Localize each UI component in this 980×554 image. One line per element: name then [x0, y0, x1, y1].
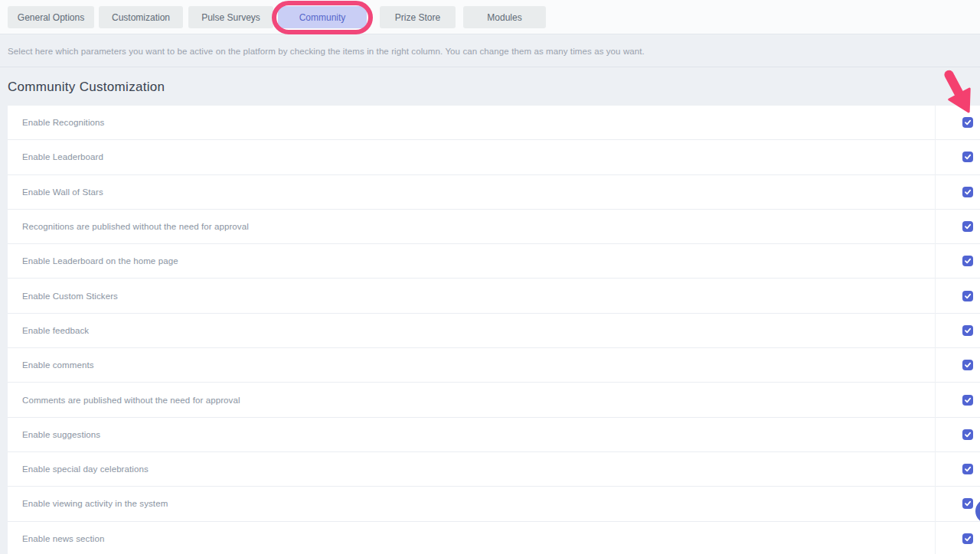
setting-checkbox[interactable] — [962, 256, 973, 266]
table-row: Enable feedback — [8, 314, 980, 348]
checkmark-icon — [964, 500, 972, 507]
setting-checkbox[interactable] — [962, 429, 973, 440]
table-row: Enable comments — [8, 348, 980, 383]
setting-checkbox[interactable] — [962, 325, 973, 336]
setting-label: Enable Leaderboard — [22, 152, 103, 161]
table-row: Enable news section — [8, 522, 980, 554]
setting-checkbox[interactable] — [962, 221, 973, 232]
setting-label: Enable suggestions — [22, 430, 100, 439]
table-row: Enable viewing activity in the system — [8, 487, 980, 521]
tab-community[interactable]: Community — [278, 6, 367, 28]
checkmark-icon — [964, 153, 972, 161]
checkmark-icon — [964, 431, 972, 438]
section-header: Community Customization — [0, 68, 980, 106]
page-title: Community Customization — [8, 80, 165, 95]
table-row: Enable Leaderboard on the home page — [8, 244, 980, 279]
setting-checkbox[interactable] — [962, 498, 973, 509]
checkmark-icon — [964, 223, 972, 230]
table-row: Enable Recognitions — [8, 106, 980, 140]
tab-bar: General Options Customization Pulse Surv… — [0, 0, 980, 34]
table-row: Enable Custom Stickers — [8, 279, 980, 313]
description-band: Select here which parameters you want to… — [0, 35, 980, 67]
settings-page: General Options Customization Pulse Surv… — [0, 0, 980, 554]
table-row: Recognitions are published without the n… — [8, 210, 980, 244]
tab-customization[interactable]: Customization — [99, 6, 183, 28]
tab-prize-store[interactable]: Prize Store — [380, 6, 456, 28]
setting-label: Enable feedback — [22, 326, 89, 335]
checkmark-icon — [964, 535, 972, 543]
table-row: Enable Leaderboard — [8, 140, 980, 174]
tab-pulse-surveys[interactable]: Pulse Surveys — [188, 6, 273, 28]
setting-label: Comments are published without the need … — [22, 396, 240, 405]
setting-checkbox[interactable] — [962, 395, 973, 406]
checkmark-icon — [964, 257, 972, 265]
checkmark-icon — [964, 119, 972, 126]
setting-label: Enable special day celebrations — [22, 464, 149, 474]
setting-checkbox[interactable] — [962, 291, 973, 301]
setting-label: Enable Leaderboard on the home page — [22, 256, 178, 266]
checkmark-icon — [964, 465, 972, 473]
checkmark-icon — [964, 396, 972, 404]
setting-checkbox[interactable] — [962, 187, 973, 197]
setting-checkbox[interactable] — [962, 464, 973, 474]
setting-checkbox[interactable] — [962, 533, 973, 544]
checkmark-icon — [964, 361, 972, 369]
setting-label: Enable viewing activity in the system — [22, 499, 168, 508]
tab-modules[interactable]: Modules — [463, 6, 546, 28]
tab-general-options[interactable]: General Options — [8, 6, 94, 28]
table-row: Enable special day celebrations — [8, 452, 980, 487]
setting-label: Enable comments — [22, 360, 94, 370]
setting-label: Enable news section — [22, 534, 104, 543]
settings-list: Enable Recognitions Enable Leaderboard E… — [8, 106, 980, 554]
setting-checkbox[interactable] — [962, 152, 973, 162]
column-divider — [935, 106, 936, 554]
setting-label: Enable Custom Stickers — [22, 292, 118, 301]
setting-checkbox[interactable] — [962, 117, 973, 128]
checkmark-icon — [964, 188, 972, 196]
table-row: Comments are published without the need … — [8, 383, 980, 417]
setting-label: Enable Recognitions — [22, 118, 104, 127]
checkmark-icon — [964, 327, 972, 334]
table-row: Enable Wall of Stars — [8, 175, 980, 210]
setting-label: Enable Wall of Stars — [22, 187, 103, 197]
checkmark-icon — [964, 292, 972, 300]
table-row: Enable suggestions — [8, 418, 980, 452]
setting-label: Recognitions are published without the n… — [22, 222, 249, 231]
page-description: Select here which parameters you want to… — [8, 47, 645, 56]
setting-checkbox[interactable] — [962, 360, 973, 370]
